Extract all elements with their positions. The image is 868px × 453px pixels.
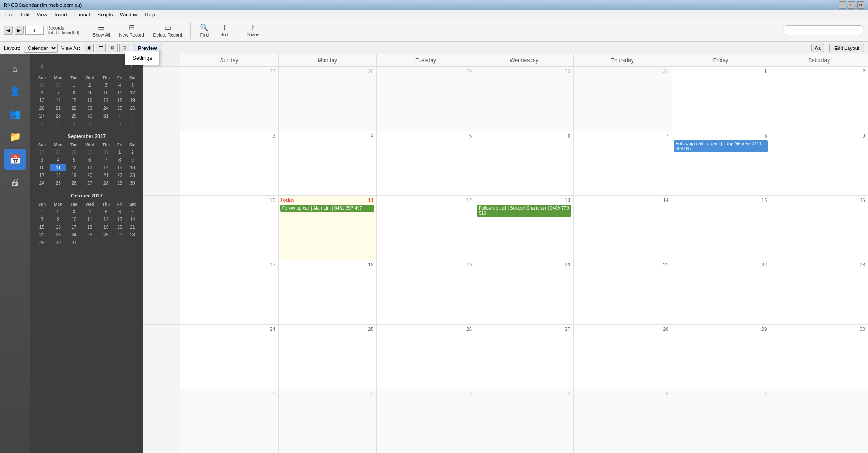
menu-scripts[interactable]: Scripts: [94, 11, 117, 18]
day-oct6[interactable]: 6: [672, 389, 770, 453]
day-sep26[interactable]: 26: [376, 325, 475, 389]
day-oct1[interactable]: 1: [180, 389, 278, 453]
day-sep13[interactable]: 13 Follow up call | Sukesh Chandran | 04…: [475, 196, 573, 260]
day-sep10[interactable]: 10: [180, 196, 278, 260]
maximize-button[interactable]: □: [848, 1, 855, 9]
menu-window[interactable]: Window: [116, 11, 141, 18]
menu-insert[interactable]: Insert: [51, 11, 71, 18]
day-aug29[interactable]: 29: [376, 67, 475, 131]
day-sep25[interactable]: 25: [278, 325, 377, 389]
day-num: 22: [674, 261, 768, 268]
day-sep14[interactable]: 14: [573, 196, 672, 260]
day-sep7[interactable]: 7: [573, 131, 672, 195]
day-empty: [770, 389, 868, 453]
day-sep12[interactable]: 12: [376, 196, 475, 260]
share-button[interactable]: ↑ Share: [243, 21, 262, 39]
day-sep29[interactable]: 29: [672, 325, 770, 389]
titlebar-title: RNCOCalendar (fm.rnoble.com.au): [4, 2, 839, 8]
find-button[interactable]: 🔍 Find: [195, 21, 213, 39]
header-wednesday: Wednesday: [475, 54, 573, 66]
week-label-4: [143, 260, 180, 324]
mini-cal-nav: ‹ ›: [34, 58, 140, 74]
day-oct5[interactable]: 5: [573, 389, 672, 453]
day-sep16[interactable]: 16: [770, 196, 868, 260]
day-sep17[interactable]: 17: [180, 260, 278, 324]
day-sep5[interactable]: 5: [376, 131, 475, 195]
nav-forward-button[interactable]: ▶: [15, 26, 24, 35]
menu-edit[interactable]: Edit: [17, 11, 33, 18]
day-sep19[interactable]: 19: [376, 260, 475, 324]
search-input[interactable]: [783, 25, 864, 35]
day-num: 15: [674, 197, 768, 204]
sidebar-item-home[interactable]: ⌂: [4, 58, 26, 79]
day-sep23[interactable]: 23: [770, 260, 868, 324]
sidebar-item-folder[interactable]: 📁: [4, 126, 26, 147]
day-sep28[interactable]: 28: [573, 325, 672, 389]
menu-file[interactable]: File: [2, 11, 17, 18]
nav-back-button[interactable]: ◀: [4, 26, 13, 35]
mini-cal-prev-button[interactable]: ‹: [37, 60, 47, 72]
day-oct2[interactable]: 2: [278, 389, 377, 453]
day-sep18[interactable]: 18: [278, 260, 377, 324]
record-number-input[interactable]: [25, 26, 44, 35]
home-icon: ⌂: [12, 64, 18, 74]
header-monday: Monday: [278, 54, 377, 66]
sidebar-item-person[interactable]: 👤: [4, 81, 26, 102]
settings-label[interactable]: Settings: [132, 55, 152, 61]
menu-format[interactable]: Format: [71, 11, 94, 18]
day-sep30[interactable]: 30: [770, 325, 868, 389]
day-num: 1: [674, 68, 768, 75]
toolbar: ◀ ▶ ● Records Total (Unsorted) ☰ Show Al…: [0, 19, 868, 42]
day-sep1[interactable]: 1: [672, 67, 770, 131]
day-sep3[interactable]: 3: [180, 131, 278, 195]
event-alan-lim[interactable]: Follow up call | Alan Lim | 0431 397 497: [280, 205, 375, 212]
event-sukesh-chandran[interactable]: Follow up call | Sukesh Chandran | 0409 …: [477, 205, 571, 217]
week-row-2: 3 4 5 6 7 8 Follow up call - urgent | To…: [143, 131, 868, 195]
delete-record-button[interactable]: ▭ Delete Record: [150, 21, 186, 39]
day-aug30[interactable]: 30: [475, 67, 573, 131]
day-sep20[interactable]: 20: [475, 260, 573, 324]
day-oct3[interactable]: 3: [376, 389, 475, 453]
day-sep11-today[interactable]: Today 11 Follow up call | Alan Lim | 043…: [278, 196, 377, 260]
day-sep8[interactable]: 8 Follow up call - urgent | Tony Mendez …: [672, 131, 770, 195]
view-form-button[interactable]: ▣: [84, 44, 94, 52]
week-row-6: 1 2 3 4 5 6: [143, 389, 868, 453]
close-button[interactable]: ✕: [857, 1, 864, 9]
week-row-5: 24 25 26 27 28 29 30: [143, 324, 868, 389]
show-all-button[interactable]: ☰ Show All: [89, 21, 113, 39]
day-sep15[interactable]: 15: [672, 196, 770, 260]
menu-help[interactable]: Help: [141, 11, 159, 18]
toolbar-sep-2: [190, 22, 191, 39]
day-oct4[interactable]: 4: [475, 389, 573, 453]
mini-cal-row: 3 4 5 6 7 8 9: [34, 120, 139, 127]
sidebar-item-people[interactable]: 👥: [4, 103, 26, 124]
minimize-button[interactable]: ─: [839, 1, 846, 9]
day-sep22[interactable]: 22: [672, 260, 770, 324]
day-sep9[interactable]: 9: [770, 131, 868, 195]
sort-button[interactable]: ↕ Sort: [215, 21, 233, 39]
edit-layout-button[interactable]: Edit Layout: [829, 44, 864, 52]
sidebar-item-print[interactable]: 🖨: [4, 172, 26, 192]
october-header: October 2017: [34, 193, 140, 198]
day-num: 26: [378, 325, 473, 333]
day-aug27[interactable]: 27: [180, 67, 278, 131]
aa-button[interactable]: Aa: [811, 44, 824, 52]
day-sep6[interactable]: 6: [475, 131, 573, 195]
view-list-button[interactable]: ☰: [96, 44, 106, 52]
day-num: 10: [182, 197, 276, 204]
day-aug28[interactable]: 28: [278, 67, 377, 131]
day-sep2[interactable]: 2: [770, 67, 868, 131]
new-record-button[interactable]: ⊞ New Record: [116, 21, 148, 39]
day-sep27[interactable]: 27: [475, 325, 573, 389]
header-thursday: Thursday: [573, 54, 672, 66]
day-sep4[interactable]: 4: [278, 131, 377, 195]
layout-select[interactable]: Calendar: [24, 44, 58, 53]
view-table-button[interactable]: ⊞: [108, 44, 118, 52]
menu-view[interactable]: View: [33, 11, 51, 18]
day-aug31[interactable]: 31: [573, 67, 672, 131]
sort-icon: ↕: [222, 23, 226, 31]
event-tony-mendez[interactable]: Follow up call - urgent | Tony Mendez 04…: [674, 140, 768, 152]
day-sep24[interactable]: 24: [180, 325, 278, 389]
day-sep21[interactable]: 21: [573, 260, 672, 324]
sidebar-item-calendar[interactable]: 📅: [4, 149, 26, 170]
